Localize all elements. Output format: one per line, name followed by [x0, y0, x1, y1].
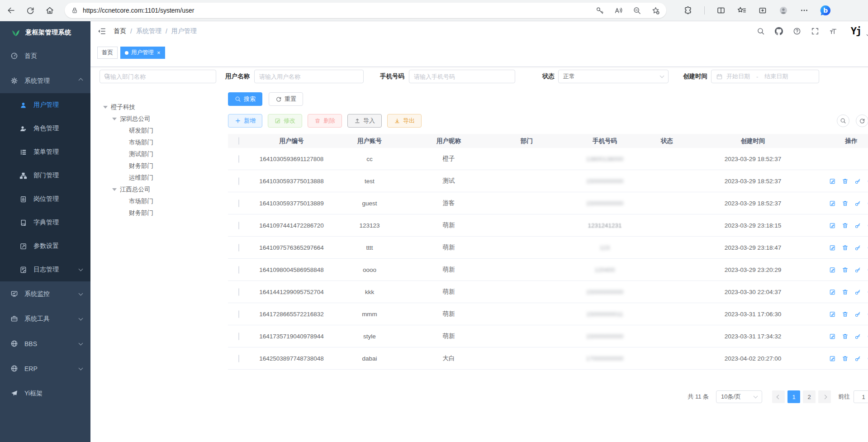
delete-icon[interactable] [842, 178, 849, 185]
sidebar-item-dict[interactable]: 字典管理 [0, 211, 90, 234]
delete-button[interactable]: 删除 [308, 114, 342, 128]
delete-icon[interactable] [842, 200, 849, 207]
page-size-select[interactable]: 10条/页 [716, 390, 762, 403]
delete-icon[interactable] [842, 266, 849, 273]
tree-node[interactable]: 江西总公司 [100, 184, 218, 195]
tree-node[interactable]: 橙子科技 [100, 101, 218, 113]
sidebar-item-monitor[interactable]: 系统监控 [0, 281, 90, 306]
row-checkbox[interactable] [238, 222, 239, 229]
toggle-search-button[interactable] [837, 114, 849, 127]
row-checkbox[interactable] [238, 155, 239, 163]
zoom-out-icon[interactable] [633, 6, 641, 15]
refresh-table-button[interactable] [856, 114, 868, 127]
tree-node[interactable]: 运维部门 [100, 172, 218, 184]
extensions-icon[interactable] [683, 6, 693, 15]
edit-icon[interactable] [829, 178, 836, 185]
import-button[interactable]: 导入 [347, 114, 382, 128]
sidebar-item-tool[interactable]: 系统工具 [0, 306, 90, 331]
edit-icon[interactable] [829, 289, 836, 295]
font-size-icon[interactable] [829, 27, 837, 35]
delete-icon[interactable] [842, 244, 849, 251]
reset-password-icon[interactable] [854, 355, 861, 362]
tree-node[interactable]: 深圳总公司 [100, 113, 218, 125]
edit-icon[interactable] [829, 266, 836, 273]
row-checkbox[interactable] [238, 310, 239, 318]
next-page-button[interactable] [818, 390, 831, 403]
username-input[interactable] [254, 70, 364, 83]
edit-icon[interactable] [829, 355, 836, 362]
row-checkbox[interactable] [238, 288, 239, 296]
sidebar-item-log[interactable]: 日志管理 [0, 258, 90, 281]
sidebar-item-role[interactable]: 角色管理 [0, 117, 90, 140]
tree-expand-icon[interactable] [112, 118, 117, 120]
address-bar[interactable]: https://ccnetcore.com:1101/system/user [65, 3, 666, 18]
row-checkbox[interactable] [238, 333, 239, 340]
browser-menu-icon[interactable] [800, 6, 809, 15]
select-all-checkbox[interactable] [238, 137, 239, 145]
breadcrumb-item[interactable]: 首页 [114, 27, 126, 35]
tree-expand-icon[interactable] [112, 188, 117, 191]
edit-icon[interactable] [829, 222, 836, 229]
github-icon[interactable] [775, 27, 783, 35]
sidebar-item-erp[interactable]: ERP [0, 356, 90, 381]
delete-icon[interactable] [842, 311, 849, 318]
fullscreen-icon[interactable] [811, 27, 819, 35]
status-select[interactable]: 正常 [558, 70, 669, 83]
favorites-icon[interactable] [737, 6, 746, 15]
split-screen-icon[interactable] [716, 6, 726, 15]
read-aloud-icon[interactable] [614, 6, 623, 15]
tab-user-management[interactable]: 用户管理× [120, 47, 165, 59]
tree-expand-icon[interactable] [103, 106, 108, 109]
search-button[interactable]: 搜索 [228, 92, 262, 106]
browser-profile-avatar[interactable] [779, 6, 788, 15]
tab-close-icon[interactable]: × [157, 49, 161, 56]
tree-node[interactable]: 研发部门 [100, 125, 218, 137]
phone-input[interactable] [409, 70, 515, 83]
bing-chat-icon[interactable]: b [820, 5, 831, 16]
sidebar-item-dept[interactable]: 部门管理 [0, 164, 90, 187]
tree-node[interactable]: 测试部门 [100, 148, 218, 160]
edit-icon[interactable] [829, 200, 836, 207]
delete-icon[interactable] [842, 289, 849, 295]
browser-back-icon[interactable] [6, 6, 15, 15]
reset-password-icon[interactable] [854, 311, 861, 318]
page-button-1[interactable]: 1 [787, 390, 800, 403]
sidebar-item-yiframe[interactable]: Yi框架 [0, 381, 90, 406]
collections-icon[interactable] [758, 6, 767, 15]
row-checkbox[interactable] [238, 177, 239, 185]
modify-button[interactable]: 修改 [268, 114, 302, 128]
sidebar-item-bbs[interactable]: BBS [0, 331, 90, 356]
sidebar-item-home[interactable]: 首页 [0, 43, 90, 68]
password-icon[interactable] [596, 6, 604, 15]
edit-icon[interactable] [829, 333, 836, 340]
export-button[interactable]: 导出 [387, 114, 422, 128]
browser-refresh-icon[interactable] [26, 6, 35, 15]
delete-icon[interactable] [842, 355, 849, 362]
reset-password-icon[interactable] [854, 266, 861, 273]
sidebar-item-system[interactable]: 系统管理 [0, 68, 90, 93]
avatar-dropdown-icon[interactable] [867, 32, 868, 37]
row-checkbox[interactable] [238, 355, 239, 362]
reset-password-icon[interactable] [854, 333, 861, 340]
row-checkbox[interactable] [238, 266, 239, 274]
sidebar-collapse-icon[interactable] [97, 27, 106, 36]
tree-node[interactable]: 市场部门 [100, 137, 218, 148]
sidebar-item-menu[interactable]: 菜单管理 [0, 140, 90, 164]
help-icon[interactable] [793, 27, 801, 35]
dept-search-input[interactable] [100, 70, 216, 83]
delete-icon[interactable] [842, 333, 849, 340]
tab-home[interactable]: 首页 [97, 47, 118, 59]
edit-icon[interactable] [829, 311, 836, 318]
edit-icon[interactable] [829, 244, 836, 251]
reset-password-icon[interactable] [854, 289, 861, 295]
date-range-picker[interactable]: 开始日期 - 结束日期 [711, 70, 819, 83]
user-avatar[interactable]: Yj [849, 24, 863, 38]
reset-password-icon[interactable] [854, 244, 861, 251]
sidebar-item-user[interactable]: 用户管理 [0, 93, 90, 117]
tree-node[interactable]: 市场部门 [100, 195, 218, 207]
page-button-2[interactable]: 2 [803, 390, 816, 403]
add-favorite-icon[interactable] [651, 6, 660, 15]
reset-password-icon[interactable] [854, 178, 861, 185]
reset-button[interactable]: 重置 [269, 92, 303, 106]
goto-page-input[interactable] [854, 390, 868, 403]
